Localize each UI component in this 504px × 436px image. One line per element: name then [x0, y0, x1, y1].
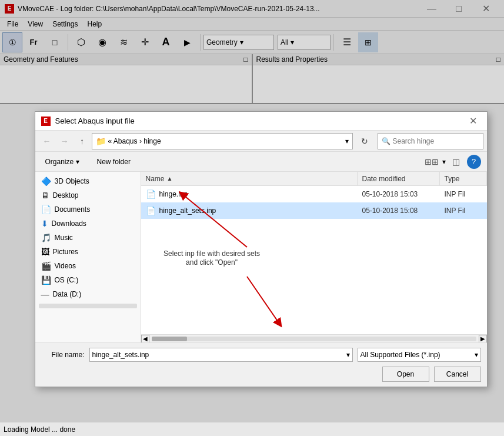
osdrive-icon: 💾 [41, 275, 51, 285]
footer-filename-row: File name: hinge_alt_sets.inp ▾ All Supp… [41, 348, 481, 362]
file-icon-hinge: 📄 [146, 189, 156, 199]
view-grid-button[interactable]: ⊞⊞ [423, 154, 440, 169]
sidebar-item-datadrive-label: Data (D:) [53, 290, 82, 298]
nav-forward-button[interactable]: → [56, 133, 73, 149]
sidebar-item-videos-label: Videos [55, 262, 76, 270]
datadrive-icon: — [41, 289, 49, 299]
file-name-hinge-alt: hinge_alt_sets.inp [159, 207, 216, 215]
footer-buttons-row: Open Cancel [41, 367, 481, 382]
dialog-body: 🔷 3D Objects 🖥 Desktop 📄 Documents ⬇ Dow… [35, 172, 487, 342]
desktop-icon: 🖥 [41, 191, 49, 200]
sidebar-item-music-label: Music [55, 234, 73, 242]
file-date-hinge-alt: 05-10-2018 15:08 [358, 207, 440, 215]
nav-up-button[interactable]: ↑ [74, 133, 91, 149]
file-date-hinge: 05-10-2018 15:03 [358, 190, 440, 198]
nav-back-button[interactable]: ← [39, 133, 55, 149]
music-icon: 🎵 [41, 233, 51, 242]
filetype-value: All Supported Files (*.inp) [361, 351, 440, 359]
dialog-close-button[interactable]: ✕ [466, 114, 481, 129]
pictures-icon: 🖼 [41, 247, 49, 257]
col-header-date[interactable]: Date modified [358, 172, 440, 185]
file-name-hinge: hinge.inp [159, 190, 188, 198]
dialog-title-area: E Select Abaqus input file [41, 117, 135, 126]
search-icon: 🔍 [382, 137, 390, 145]
dialog-overlay: E Select Abaqus input file ✕ ← → ↑ 📁 « A… [0, 0, 504, 422]
file-icon-hinge-alt: 📄 [146, 206, 156, 215]
filename-value: hinge_alt_sets.inp [92, 351, 149, 359]
new-folder-button[interactable]: New folder [93, 155, 135, 168]
scroll-right-button[interactable]: ▶ [479, 335, 487, 343]
file-row-hinge[interactable]: 📄 hinge.inp 05-10-2018 15:03 INP Fil [141, 186, 487, 202]
filetype-dropdown-arrow: ▾ [475, 351, 478, 359]
col-header-type[interactable]: Type [440, 172, 487, 185]
nav-path-text: « Abaqus › hinge [108, 137, 161, 145]
sidebar-scrollbar[interactable] [39, 304, 137, 308]
nav-folder-icon: 📁 [96, 137, 106, 146]
dialog-navbar: ← → ↑ 📁 « Abaqus › hinge ▾ ↻ 🔍 [35, 131, 487, 152]
filetype-dropdown[interactable]: All Supported Files (*.inp) ▾ [358, 348, 481, 362]
search-input[interactable] [393, 137, 479, 145]
sidebar-item-3dobjects[interactable]: 🔷 3D Objects [35, 174, 141, 188]
view-pane-button[interactable]: ◫ [448, 154, 465, 169]
sidebar-item-pictures[interactable]: 🖼 Pictures [35, 245, 141, 259]
filename-label: File name: [41, 351, 85, 359]
open-button[interactable]: Open [382, 367, 429, 382]
dialog-app-icon: E [41, 117, 51, 126]
sidebar-item-osdrive-label: OS (C:) [55, 276, 79, 284]
dialog-toolbar: Organize ▾ New folder ⊞⊞ ▾ ◫ ? [35, 152, 487, 172]
file-dialog: E Select Abaqus input file ✕ ← → ↑ 📁 « A… [35, 111, 488, 387]
file-list-area: Name ▲ Date modified Type 📄 hinge.inp 05… [141, 172, 487, 342]
sidebar-item-3dobjects-label: 3D Objects [55, 177, 89, 185]
sidebar-item-desktop[interactable]: 🖥 Desktop [35, 188, 141, 202]
nav-refresh-button[interactable]: ↻ [356, 133, 373, 149]
sidebar-item-desktop-label: Desktop [53, 191, 79, 199]
filename-input[interactable]: hinge_alt_sets.inp ▾ [89, 348, 353, 362]
filename-dropdown-arrow: ▾ [346, 351, 350, 359]
sidebar-item-pictures-label: Pictures [53, 248, 78, 256]
scroll-left-button[interactable]: ◀ [141, 335, 149, 343]
view-dropdown-arrow[interactable]: ▾ [442, 158, 446, 166]
view-buttons: ⊞⊞ ▾ ◫ ? [423, 154, 481, 169]
file-type-hinge: INP Fil [440, 190, 487, 198]
documents-icon: 📄 [41, 205, 51, 214]
sidebar-item-datadrive[interactable]: — Data (D:) [35, 287, 141, 301]
status-text: Loading Model ... done [4, 425, 75, 434]
3dobjects-icon: 🔷 [41, 177, 51, 186]
sidebar-item-documents-label: Documents [55, 205, 91, 214]
statusbar: Loading Model ... done [0, 422, 504, 436]
sidebar-item-music[interactable]: 🎵 Music [35, 231, 141, 245]
file-row-hinge-alt[interactable]: 📄 hinge_alt_sets.inp 05-10-2018 15:08 IN… [141, 202, 487, 219]
file-list-header: Name ▲ Date modified Type [141, 172, 487, 186]
sidebar-tree: 🔷 3D Objects 🖥 Desktop 📄 Documents ⬇ Dow… [35, 172, 141, 342]
col-name-label: Name [146, 175, 165, 183]
horizontal-scrollbar[interactable]: ◀ ▶ [141, 334, 487, 342]
sidebar-item-documents[interactable]: 📄 Documents [35, 202, 141, 217]
nav-path-bar[interactable]: 📁 « Abaqus › hinge ▾ [92, 133, 353, 149]
downloads-icon: ⬇ [41, 219, 48, 228]
nav-path-arrow: ▾ [345, 137, 349, 145]
nav-search-box[interactable]: 🔍 [378, 133, 483, 149]
scrollbar-track[interactable] [152, 337, 476, 341]
organize-button[interactable]: Organize ▾ [41, 155, 84, 168]
sidebar-item-videos[interactable]: 🎬 Videos [35, 259, 141, 273]
dialog-footer: File name: hinge_alt_sets.inp ▾ All Supp… [35, 342, 487, 387]
cancel-button[interactable]: Cancel [434, 367, 481, 382]
file-type-hinge-alt: INP Fil [440, 207, 487, 215]
col-name-sort: ▲ [167, 175, 173, 182]
scrollbar-thumb [152, 337, 187, 341]
file-rows: 📄 hinge.inp 05-10-2018 15:03 INP Fil 📄 h… [141, 186, 487, 334]
dialog-title-text: Select Abaqus input file [55, 117, 135, 125]
col-header-name[interactable]: Name ▲ [141, 172, 358, 185]
dialog-titlebar: E Select Abaqus input file ✕ [35, 112, 487, 131]
help-button[interactable]: ? [467, 155, 481, 169]
videos-icon: 🎬 [41, 261, 51, 271]
sidebar-item-osdrive[interactable]: 💾 OS (C:) [35, 273, 141, 287]
sidebar-item-downloads-label: Downloads [52, 219, 86, 228]
sidebar-item-downloads[interactable]: ⬇ Downloads [35, 217, 141, 231]
